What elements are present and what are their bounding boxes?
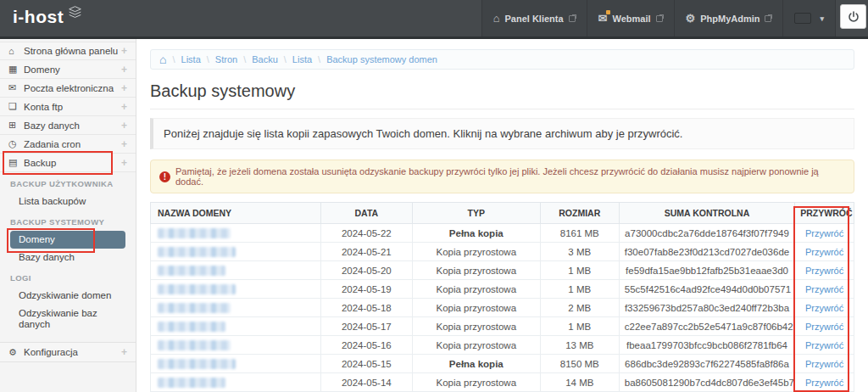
backup-size-cell: 8150 MB <box>540 355 619 373</box>
restore-link[interactable]: Przywróć <box>805 340 843 350</box>
restore-link[interactable]: Przywróć <box>805 303 843 313</box>
breadcrumb-separator: \ <box>207 54 209 64</box>
backup-table-body: 2024-05-22 Pełna kopia 8161 MB a73000cdb… <box>151 224 854 392</box>
table-row: 2024-05-14 Kopia przyrostowa 14 MB ba860… <box>151 373 854 392</box>
sidebar-item-bazy-danych[interactable]: ⊞ Bazy danych + <box>0 116 136 135</box>
warning-text: Pamiętaj, że jeżeli domena została usuni… <box>175 166 845 187</box>
backup-checksum-cell: fe59dfa15ae9bb12fafb25b31eaae3d0 <box>619 261 795 280</box>
backup-checksum-cell: f33259673bd257a80c3ed240ff72b3ba <box>619 299 795 317</box>
expand-plus-icon[interactable]: + <box>121 101 127 113</box>
sidebar-item-konta-ftp[interactable]: ❏ Konta ftp + <box>0 98 136 116</box>
external-link-icon <box>569 15 576 22</box>
topbar-link-phpmyadmin[interactable]: ⚙ PhpMyAdmin <box>674 0 783 36</box>
redacted-domain-link[interactable] <box>158 378 225 388</box>
redacted-domain-link[interactable] <box>158 247 236 257</box>
gear-icon: ⚙ <box>8 347 24 358</box>
expand-plus-icon[interactable]: + <box>121 82 127 94</box>
expand-plus-icon[interactable]: + <box>121 120 127 132</box>
breadcrumb-link[interactable]: Backup systemowy domen <box>326 54 437 64</box>
exclamation-icon: ! <box>159 171 170 182</box>
breadcrumb-link[interactable]: Stron <box>215 54 237 64</box>
restore-cell: Przywróć <box>795 280 854 299</box>
topbar-menu: ⌂ Panel Klienta ✉ Webmail ⚙ PhpMyAdmin ▾ <box>481 0 836 36</box>
topbar-link-panel-klienta[interactable]: ⌂ Panel Klienta <box>481 0 587 36</box>
warning-alert: ! Pamiętaj, że jeżeli domena została usu… <box>150 160 854 193</box>
backup-date-cell: 2024-05-20 <box>320 261 412 280</box>
column-header-typ: TYP <box>412 203 540 224</box>
backup-size-cell: 13 MB <box>540 336 619 355</box>
backup-size-cell: 14 MB <box>540 373 619 392</box>
expand-plus-icon[interactable]: + <box>121 64 127 76</box>
backup-size-cell: 3 MB <box>540 243 619 261</box>
main-content: ⌂\Lista\Stron\Backu\Lista\Backup systemo… <box>136 39 868 392</box>
sidebar-item-backup[interactable]: ▤ Backup + <box>0 154 136 172</box>
sidebar-item-domeny[interactable]: ▦ Domeny + <box>0 60 136 79</box>
redacted-domain-link[interactable] <box>158 303 231 313</box>
sidebar-link-odzyskiwanie-domen[interactable]: Odzyskiwanie domen <box>10 287 125 305</box>
breadcrumb-link[interactable]: Lista <box>181 54 201 64</box>
expand-plus-icon[interactable]: + <box>121 346 127 358</box>
backup-date-cell: 2024-05-21 <box>320 243 412 261</box>
expand-plus-icon[interactable]: + <box>121 45 127 57</box>
backup-checksum-cell: ba8605081290b7cd4dc807d6e3ef45b7 <box>619 373 795 392</box>
expand-plus-icon[interactable]: + <box>121 138 127 150</box>
language-selector[interactable]: ▾ <box>782 0 836 36</box>
breadcrumb-separator: \ <box>172 54 175 64</box>
backup-date-cell: 2024-05-19 <box>320 280 412 299</box>
domain-cell <box>151 261 321 280</box>
domain-cell <box>151 299 321 317</box>
backup-type-cell: Kopia przyrostowa <box>412 373 540 392</box>
restore-link[interactable]: Przywróć <box>805 322 843 332</box>
backup-checksum-cell: a73000cdbc2a76dde18764f3f07f7949 <box>619 224 795 243</box>
redacted-domain-link[interactable] <box>158 284 236 294</box>
sidebar-link-odzyskiwanie-baz-danych[interactable]: Odzyskiwanie baz danych <box>10 305 125 333</box>
restore-link[interactable]: Przywróć <box>805 266 843 276</box>
breadcrumb-link[interactable]: Lista <box>292 54 312 64</box>
sidebar-main-menu: ⌂ Strona główna panelu + ▦ Domeny + ✉ Po… <box>0 39 136 172</box>
topbar-link-webmail[interactable]: ✉ Webmail <box>587 0 674 36</box>
backup-type-cell: Kopia przyrostowa <box>412 243 540 261</box>
backup-type-cell: Kopia przyrostowa <box>412 317 540 336</box>
backup-type-cell: Kopia przyrostowa <box>412 280 540 299</box>
restore-link[interactable]: Przywróć <box>805 359 843 369</box>
sidebar-item-strona-g-wna-panelu[interactable]: ⌂ Strona główna panelu + <box>0 42 136 60</box>
sidebar-item-zadania-cron[interactable]: ◷ Zadania cron + <box>0 135 136 154</box>
backup-checksum-cell: c22ee7a897cc2b52e5471a9c87f06b42 <box>619 317 795 336</box>
sidebar-item-poczta-elektroniczna[interactable]: ✉ Poczta elektroniczna + <box>0 79 136 98</box>
table-row: 2024-05-18 Kopia przyrostowa 2 MB f33259… <box>151 299 854 317</box>
gear-icon: ⚙ <box>686 13 696 24</box>
sidebar-link-bazy-danych[interactable]: Bazy danych <box>10 249 125 266</box>
sidebar-section-header: BACKUP SYSTEMOWY <box>0 210 136 231</box>
backup-size-cell: 1 MB <box>540 280 619 299</box>
restore-link[interactable]: Przywróć <box>805 378 843 388</box>
home-icon[interactable]: ⌂ <box>159 53 166 65</box>
backup-type-cell: Kopia przyrostowa <box>412 299 540 317</box>
logout-power-button[interactable] <box>840 4 866 29</box>
expand-plus-icon[interactable]: + <box>121 157 127 169</box>
backup-type-cell: Pełna kopia <box>412 355 540 373</box>
column-header-przywr-: PRZYWRÓĆ <box>795 203 854 224</box>
domain-cell <box>151 224 321 243</box>
restore-link[interactable]: Przywróć <box>805 228 843 238</box>
sidebar-item-konfiguracja[interactable]: ⚙ Konfiguracja + <box>0 342 136 362</box>
redacted-domain-link[interactable] <box>158 228 231 238</box>
page-title: Backup systemowy <box>150 81 854 109</box>
sidebar-link-lista-backup-w[interactable]: Lista backupów <box>10 193 125 210</box>
app-logo[interactable]: i-host <box>13 7 82 27</box>
redacted-domain-link[interactable] <box>158 359 236 369</box>
redacted-domain-link[interactable] <box>158 322 225 332</box>
backup-date-cell: 2024-05-18 <box>320 299 412 317</box>
breadcrumb-link[interactable]: Backu <box>252 54 278 64</box>
table-icon: ⊞ <box>8 120 24 131</box>
backup-size-cell: 8161 MB <box>540 224 619 243</box>
table-row: 2024-05-19 Kopia przyrostowa 1 MB 55c5f4… <box>151 280 854 299</box>
redacted-domain-link[interactable] <box>158 266 225 276</box>
table-header-row: NAZWA DOMENYDATATYPROZMIARSUMA KONTROLNA… <box>151 203 854 224</box>
sidebar-link-domeny[interactable]: Domeny <box>10 231 125 249</box>
backup-checksum-cell: 55c5f42516c4ad92fce494d0d0b07571 <box>619 280 795 299</box>
redacted-domain-link[interactable] <box>158 340 231 350</box>
external-link-icon <box>656 15 663 22</box>
domain-cell <box>151 317 321 336</box>
restore-link[interactable]: Przywróć <box>805 284 843 294</box>
restore-link[interactable]: Przywróć <box>805 247 843 257</box>
